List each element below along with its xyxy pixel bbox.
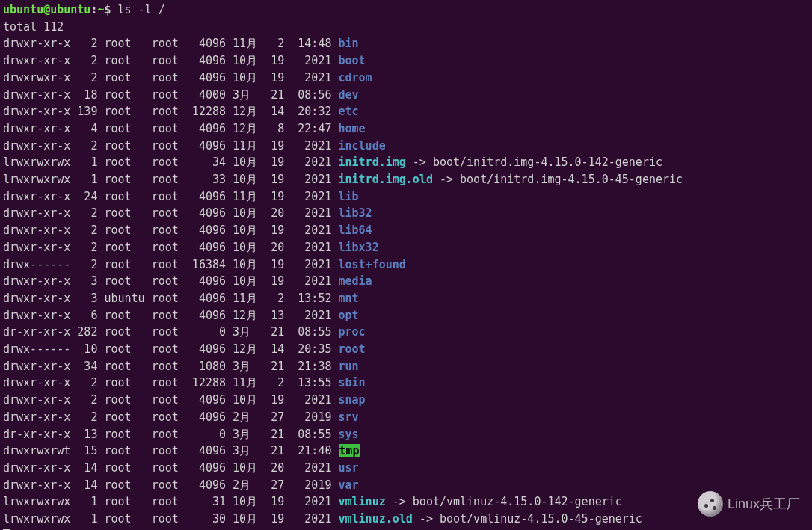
day: 19 — [264, 224, 284, 237]
month: 10月 — [233, 495, 264, 508]
listing-row: dr-xr-xr-x 282 root root 0 3月 21 08:55 p… — [3, 324, 809, 341]
day: 19 — [264, 512, 284, 526]
owner: root — [104, 88, 151, 102]
size: 4000 — [185, 88, 226, 102]
dir-name: home — [339, 122, 366, 135]
time-or-year: 2021 — [291, 190, 331, 203]
symlink-target: boot/vmlinuz-4.15.0-45-generic — [440, 512, 642, 526]
time-or-year: 2021 — [291, 241, 331, 254]
owner: root — [104, 173, 151, 186]
group: root — [152, 461, 185, 475]
permissions: drwxr-xr-x — [3, 376, 70, 389]
permissions: drwxr-xr-x — [3, 122, 70, 135]
day: 19 — [264, 495, 284, 508]
symlink-arrow: -> — [386, 495, 413, 508]
command-text: ls -l / — [118, 3, 165, 16]
size: 4096 — [185, 342, 226, 356]
day: 19 — [264, 155, 284, 169]
link-count: 3 — [70, 274, 97, 288]
time-or-year: 08:56 — [291, 88, 331, 102]
owner: ubuntu — [104, 292, 151, 305]
size: 4096 — [185, 241, 226, 254]
size: 0 — [185, 428, 226, 441]
listing-row: drwxr-xr-x 34 root root 1080 3月 21 21:38… — [3, 358, 809, 375]
day: 14 — [264, 342, 284, 356]
group: root — [152, 325, 185, 339]
prompt-at: @ — [43, 3, 50, 16]
dir-name: media — [339, 274, 372, 288]
permissions: dr-xr-xr-x — [3, 325, 70, 339]
group: root — [152, 88, 185, 102]
group: root — [152, 71, 185, 84]
permissions: drwxr-xr-x — [3, 105, 70, 118]
owner: root — [104, 495, 151, 508]
link-count: 3 — [70, 292, 97, 305]
link-count: 1 — [70, 495, 97, 508]
prompt-user: ubuntu — [3, 3, 43, 16]
dir-name: boot — [339, 54, 366, 67]
group: root — [152, 54, 185, 67]
permissions: drwxr-xr-x — [3, 224, 70, 237]
link-count: 2 — [70, 54, 97, 67]
size: 4096 — [185, 292, 226, 305]
month: 10月 — [233, 206, 264, 220]
listing-row: drwxr-xr-x 14 root root 4096 2月 27 2019 … — [3, 477, 809, 494]
dir-name: lib64 — [339, 224, 372, 237]
terminal-output[interactable]: ubuntu@ubuntu:~$ ls -l / total 112 drwxr… — [0, 0, 812, 530]
month: 10月 — [233, 258, 264, 271]
permissions: drwxr-xr-x — [3, 37, 70, 50]
link-count: 2 — [70, 410, 97, 424]
month: 11月 — [233, 37, 264, 50]
day: 19 — [264, 274, 284, 288]
group: root — [152, 258, 185, 271]
size: 0 — [185, 325, 226, 339]
month: 12月 — [233, 105, 264, 118]
size: 31 — [185, 495, 226, 508]
month: 10月 — [233, 173, 264, 186]
permissions: drwxr-xr-x — [3, 241, 70, 254]
owner: root — [104, 512, 151, 526]
listing-row: drwxr-xr-x 2 root root 4096 2月 27 2019 s… — [3, 409, 809, 426]
link-count: 139 — [70, 105, 97, 118]
time-or-year: 08:55 — [291, 428, 331, 441]
group: root — [152, 444, 185, 457]
size: 4096 — [185, 54, 226, 67]
month: 10月 — [233, 393, 264, 407]
month: 10月 — [233, 512, 264, 526]
time-or-year: 2021 — [291, 393, 331, 407]
listing-row: drwxr-xr-x 24 root root 4096 11月 19 2021… — [3, 188, 809, 206]
month: 3月 — [233, 88, 264, 102]
time-or-year: 2019 — [291, 410, 331, 424]
dir-name: include — [339, 139, 386, 152]
dir-name: srv — [339, 410, 359, 424]
link-count: 1 — [70, 155, 97, 169]
dir-name: snap — [339, 393, 366, 407]
dir-name: lib32 — [339, 206, 372, 220]
time-or-year: 21:38 — [291, 360, 331, 373]
month: 10月 — [233, 461, 264, 475]
watermark: Linux兵工厂 — [698, 491, 800, 517]
listing-row: drwx------ 10 root root 4096 12月 14 20:3… — [3, 341, 809, 358]
day: 21 — [264, 325, 284, 339]
link-count: 34 — [70, 360, 97, 373]
listing-row: drwxr-xr-x 2 root root 4096 10月 19 2021 … — [3, 392, 809, 409]
size: 4096 — [185, 224, 226, 237]
link-count: 2 — [70, 376, 97, 389]
link-count: 18 — [70, 88, 97, 102]
size: 4096 — [185, 309, 226, 322]
month: 10月 — [233, 241, 264, 254]
link-count: 10 — [70, 342, 97, 356]
day: 19 — [264, 173, 284, 186]
owner: root — [104, 444, 151, 457]
link-count: 2 — [70, 393, 97, 407]
owner: root — [104, 37, 151, 50]
owner: root — [104, 410, 151, 424]
month: 10月 — [233, 155, 264, 169]
listing-row: drwxr-xr-x 2 root root 12288 11月 2 13:55… — [3, 375, 809, 392]
listing-row: lrwxrwxrwx 1 root root 31 10月 19 2021 vm… — [3, 493, 809, 511]
link-count: 4 — [70, 122, 97, 135]
day: 19 — [264, 258, 284, 271]
listing-row: drwxr-xr-x 2 root root 4096 11月 19 2021 … — [3, 138, 809, 155]
group: root — [152, 122, 185, 135]
size: 4096 — [185, 139, 226, 152]
